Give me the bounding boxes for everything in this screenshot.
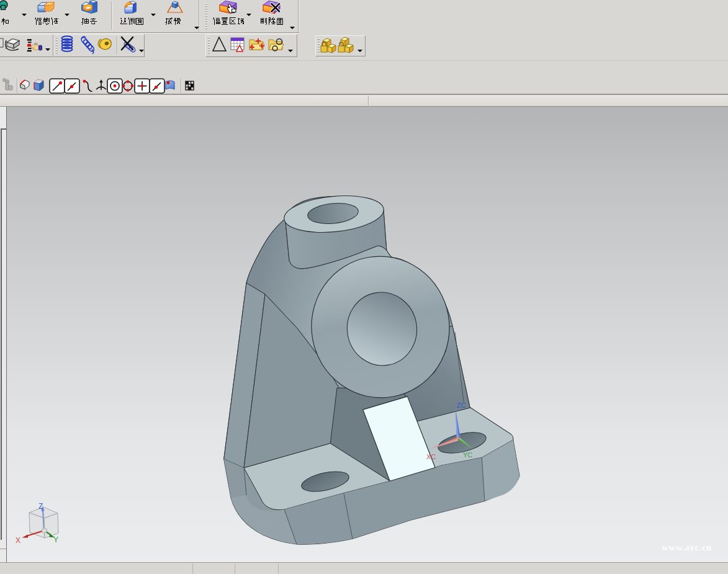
svg-text:Y: Y bbox=[53, 536, 58, 544]
svg-text:XC: XC bbox=[426, 453, 436, 460]
svg-text:YC: YC bbox=[463, 451, 472, 459]
svg-text:X: X bbox=[16, 536, 20, 545]
svg-text:ZC: ZC bbox=[457, 401, 466, 409]
svg-text:Z: Z bbox=[38, 502, 43, 511]
